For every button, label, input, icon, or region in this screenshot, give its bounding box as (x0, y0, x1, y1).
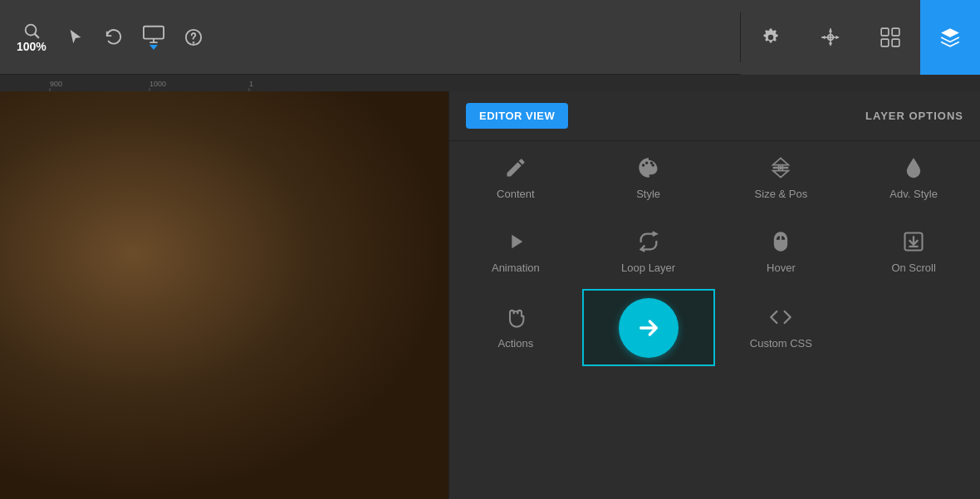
layer-options-label: LAYER OPTIONS (865, 110, 963, 122)
svg-rect-3 (144, 26, 164, 38)
desktop-icon (143, 25, 164, 43)
custom-css-label: Custom CSS (750, 337, 812, 350)
undo-tool[interactable] (105, 28, 123, 46)
layers-icon (939, 27, 961, 48)
animation-option[interactable]: Animation (449, 215, 582, 289)
svg-text:900: 900 (50, 80, 62, 88)
options-row-1: Content Style Size & Pos (449, 141, 980, 215)
content-label: Content (497, 188, 535, 200)
pencil-icon (504, 156, 527, 179)
svg-rect-15 (0, 75, 448, 91)
hover-label: Hover (767, 262, 796, 274)
on-scroll-option[interactable]: On Scroll (847, 215, 980, 289)
desktop-tool[interactable] (143, 25, 164, 50)
panel-area: EDITOR VIEW LAYER OPTIONS Content Style (448, 91, 980, 499)
loop-layer-label: Loop Layer (621, 262, 675, 274)
svg-rect-12 (892, 28, 899, 36)
search-icon (22, 22, 41, 40)
svg-marker-22 (512, 235, 522, 248)
svg-marker-2 (70, 29, 81, 43)
move-button[interactable] (801, 0, 860, 75)
content-option[interactable]: Content (449, 141, 582, 215)
code-icon (769, 306, 792, 329)
actions-option[interactable]: Actions (449, 289, 582, 366)
download-box-icon (902, 230, 925, 253)
hover-option[interactable]: Hover (715, 215, 848, 289)
main-area: EDITOR VIEW LAYER OPTIONS Content Style (0, 91, 980, 499)
move-icon (769, 156, 792, 179)
animation-label: Animation (492, 262, 540, 274)
loop-icon (637, 230, 660, 253)
style-label: Style (636, 188, 660, 200)
adv-style-label: Adv. Style (889, 188, 938, 200)
crosshair-icon (820, 27, 841, 48)
svg-rect-13 (881, 39, 889, 46)
svg-rect-11 (881, 28, 889, 36)
play-icon (504, 230, 527, 253)
mouse-icon (769, 230, 792, 253)
settings-button[interactable] (741, 0, 801, 75)
drop-icon (902, 156, 925, 179)
help-icon (184, 28, 203, 46)
help-tool[interactable] (184, 28, 203, 46)
arrow-right-icon (635, 315, 662, 341)
size-pos-option[interactable]: Size & Pos (715, 141, 848, 215)
dropdown-arrow-icon (149, 45, 158, 50)
options-row-3: Actions Attributes Custom C (449, 289, 980, 366)
zoom-display[interactable]: 100% (17, 22, 47, 53)
svg-point-7 (193, 42, 194, 42)
toolbar-left: 100% (0, 22, 740, 53)
next-arrow-button[interactable] (619, 298, 679, 358)
undo-icon (105, 28, 123, 46)
hand-icon (504, 306, 527, 329)
actions-label: Actions (498, 337, 534, 350)
loop-layer-option[interactable]: Loop Layer (582, 215, 715, 289)
canvas-area (0, 91, 448, 499)
editor-view-button[interactable]: EDITOR VIEW (466, 103, 568, 129)
panel-header: EDITOR VIEW LAYER OPTIONS (449, 91, 980, 141)
options-row-2: Animation Loop Layer Hover (449, 215, 980, 289)
layers-button[interactable] (920, 0, 980, 75)
canvas-background (0, 91, 448, 499)
svg-rect-14 (892, 39, 899, 46)
zoom-label: 100% (17, 40, 47, 53)
on-scroll-label: On Scroll (891, 262, 935, 274)
gear-icon (760, 27, 782, 48)
palette-icon (637, 156, 660, 179)
custom-css-option[interactable]: Custom CSS (715, 289, 848, 366)
adv-style-option[interactable]: Adv. Style (847, 141, 980, 215)
ruler: 900 1000 1 (0, 75, 980, 91)
svg-text:1000: 1000 (149, 80, 166, 88)
size-pos-label: Size & Pos (755, 188, 808, 200)
empty-slot (847, 289, 980, 366)
media-grid-icon (880, 27, 901, 48)
cursor-icon (66, 28, 85, 46)
select-tool[interactable] (66, 28, 85, 46)
media-button[interactable] (860, 0, 920, 75)
top-toolbar: 100% (0, 0, 980, 75)
svg-line-1 (35, 34, 38, 37)
toolbar-right (740, 0, 980, 74)
style-option[interactable]: Style (582, 141, 715, 215)
svg-text:1: 1 (249, 80, 253, 88)
